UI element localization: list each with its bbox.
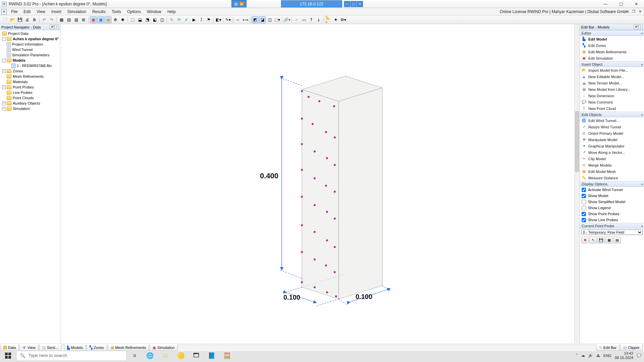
pen-icon[interactable]: ✎▾ [225,16,231,23]
tree-project[interactable]: −Achen k epsilon degree 0° [1,36,60,42]
tree-point-clouds[interactable]: Point Clouds [1,95,60,101]
viewport-vscroll[interactable] [574,24,580,351]
merge-models-item[interactable]: ⧉Merge Models [580,162,644,168]
tree-wind-tunnel[interactable]: Wind Tunnel [1,47,60,52]
pin-icon[interactable]: 📌 [50,25,54,29]
check-show-model[interactable]: Show Model [580,193,644,199]
taskbar-search[interactable]: 🔍 Type here to search [16,350,127,361]
import-model-item[interactable]: 📂Import Model from File... [580,67,644,73]
menu-window[interactable]: Window [144,8,164,15]
select-mode-2-icon[interactable]: ◪ [259,16,266,23]
check-show-legend[interactable]: Show Legend [580,205,644,211]
tree-sim-params[interactable]: Simulation Parameters [1,52,60,58]
grid-1-icon[interactable]: ▦ [58,16,65,23]
menu-file[interactable]: File [8,8,20,15]
resize-wind-tunnel-item[interactable]: ⤢Resize Wind Tunnel [580,124,644,130]
probe-table-button[interactable]: ▤ [613,237,621,243]
tree-mesh[interactable]: Mesh Refinements [1,74,60,79]
snap-icon[interactable]: ⊞ [80,16,87,23]
tree-point-probes[interactable]: +Point Probes [1,84,60,90]
edit-zones-item[interactable]: ▚Edit Zones [580,42,644,49]
probe-delete-button[interactable]: ✖ [581,237,589,243]
menu-options[interactable]: Options [124,8,144,15]
edit-model-item[interactable]: ▙Edit Model [580,36,644,42]
tab-view[interactable]: 👁View [19,345,39,351]
project-tree[interactable]: Project Data −Achen k epsilon degree 0° … [0,30,60,347]
cube-icon[interactable]: ◧▾ [215,16,222,23]
undo-icon[interactable]: ↶ [41,16,48,23]
tree-materials[interactable]: Materials [1,79,60,84]
close-button[interactable]: ✕ [629,0,644,8]
view-3-icon[interactable]: ⬔ [144,16,151,23]
graphical-manipulator-item[interactable]: ✦Graphical Manipulator [580,143,644,149]
misc-1-icon[interactable]: ⟋ [293,16,300,23]
refresh-1-icon[interactable]: ↻ [168,16,175,23]
probe-select[interactable]: 0 - Temporary, Flow Field [581,230,643,235]
pin-icon[interactable]: 📌 [634,25,638,29]
check-show-point-probes[interactable]: Show Point Probes [580,211,644,217]
section-insert[interactable]: Insert Object◂ [580,61,644,67]
view-4-icon[interactable]: ⬕ [151,16,158,23]
print-icon[interactable]: 🖨 [24,16,31,23]
menu-simulation[interactable]: Simulation [64,8,89,15]
menu-help[interactable]: Help [164,8,179,15]
menu-tools[interactable]: Tools [109,8,124,15]
misc-2-icon[interactable]: ▭ [301,16,307,23]
mdi-minimize-button[interactable]: – [626,9,630,14]
tab-data[interactable]: Data [0,345,19,351]
new-dimension-item[interactable]: ↔New Dimension [580,93,644,99]
remote-close-icon[interactable]: × [357,1,363,7]
tree-model-1[interactable]: 1 - RFEM/RSTAB Mo [1,63,60,68]
remote-max-icon[interactable]: □ [351,1,357,7]
link-icon[interactable]: 🔗▾ [283,16,290,23]
tree-line-probes[interactable]: Line Probes [1,90,60,95]
edit-wind-tunnel-item[interactable]: 🌀Edit Wind Tunnel... [580,117,644,124]
menu-edit[interactable]: Edit [20,8,34,15]
tree-aux-objects[interactable]: +Auxiliary Objects [1,101,60,106]
probe-grid-button[interactable]: ▦ [605,237,613,243]
new-editable-model-item[interactable]: ▲New Editable Model... [580,73,644,80]
minimize-button[interactable]: — [598,0,613,8]
new-comment-item[interactable]: 💬New Comment [580,99,644,105]
section-display[interactable]: Display Options◂ [580,181,644,187]
tree-models[interactable]: −Models [1,58,60,63]
edit-mesh-item[interactable]: ▦Edit Mesh Refinements [580,49,644,55]
tool-d-icon[interactable]: ✻ [112,16,119,23]
tray-chevron-icon[interactable]: ˄ [576,353,578,358]
redo-icon[interactable]: ↷ [48,16,55,23]
refresh-2-icon[interactable]: ⟳ [176,16,182,23]
edit-simulation-item[interactable]: ▣Edit Simulation [580,55,644,61]
select-mode-1-icon[interactable]: ◩ [252,16,258,23]
check-activate-wind-tunnel[interactable]: Activate Wind Tunnel [580,187,644,193]
tray-lang-label[interactable]: ENG [603,354,611,358]
maximize-button[interactable]: ▢ [613,0,629,8]
tool-e-icon[interactable]: ✺ [119,16,126,23]
tray-network-icon[interactable]: 🖧 [596,354,600,358]
select-mode-3-icon[interactable]: ◫ [266,16,273,23]
tray-sound-icon[interactable]: 🔊 [588,353,593,358]
tool-c-icon[interactable]: ▣ [105,16,111,23]
print-preview-icon[interactable]: 🗎 [31,16,38,23]
menu-insert[interactable]: Insert [48,8,64,15]
dim-1-icon[interactable]: ↔ [234,16,241,23]
tab-zones[interactable]: ▚Zones [87,345,107,351]
tree-project-info[interactable]: Project Information [1,42,60,47]
dim-2-icon[interactable]: ⟷ [242,16,249,23]
view-5-icon[interactable]: ◫ [159,16,165,23]
mdi-restore-button[interactable]: ❐ [631,9,636,14]
open-file-icon[interactable]: 📂 [9,16,16,23]
measure-distance-item[interactable]: 📏Measure Distance [580,175,644,181]
new-terrain-item[interactable]: ⛰New Terrain Model... [580,80,644,86]
section-current-probe[interactable]: Current Point Probe◂ [580,223,644,229]
section-edit-objects[interactable]: Edit Objects◂ [580,112,644,117]
clip-model-item[interactable]: ✂Clip Model [580,156,644,162]
misc-4-icon[interactable]: ⤓ [315,16,322,23]
tray-notifications-icon[interactable]: 💬 [637,353,641,358]
tree-zones[interactable]: +Zones [1,68,60,74]
check-icon[interactable]: ✔ [183,16,190,23]
save-icon[interactable]: 💾 [16,16,23,23]
tab-sections[interactable]: ◫Secti... [39,345,61,351]
view-1-icon[interactable]: ⬚ [129,16,136,23]
tab-simulation[interactable]: ▣Simulation [150,345,177,351]
view-2-icon[interactable]: ⬓ [137,16,143,23]
